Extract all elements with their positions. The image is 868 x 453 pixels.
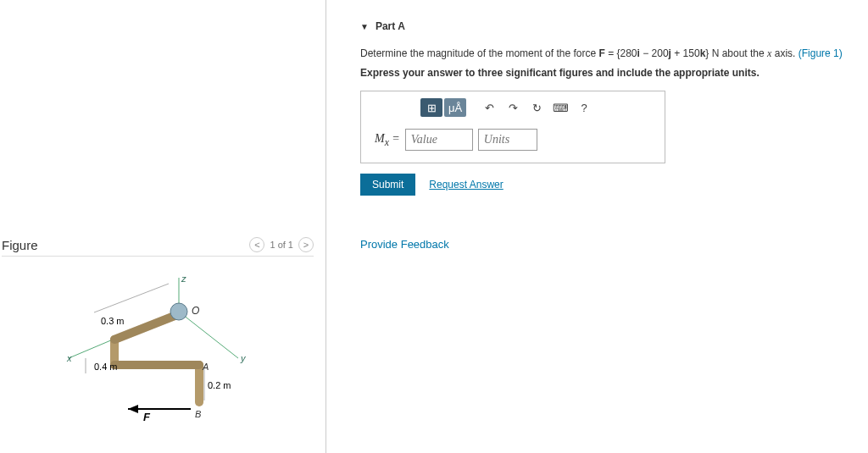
instruction-text: Express your answer to three significant…: [360, 67, 851, 79]
figure-image: z y x O A B: [35, 273, 281, 426]
submit-button[interactable]: Submit: [360, 174, 415, 196]
provide-feedback-link[interactable]: Provide Feedback: [360, 238, 851, 251]
answer-label: Mx =: [375, 132, 400, 148]
caret-down-icon: ▼: [360, 22, 369, 31]
dim-0.2m: 0.2 m: [208, 380, 231, 390]
question-text: Determine the magnitude of the moment of…: [360, 47, 851, 60]
dim-0.4m: 0.4 m: [94, 362, 118, 372]
templates-button[interactable]: ⊞: [420, 98, 442, 117]
svg-point-9: [170, 303, 187, 320]
figure-title: Figure: [2, 238, 38, 252]
point-B-label: B: [195, 409, 201, 419]
axis-y-label: y: [240, 353, 247, 363]
answer-toolbar: ⊞ μÅ ↶ ↷ ↻ ⌨ ?: [361, 91, 665, 120]
request-answer-link[interactable]: Request Answer: [429, 179, 503, 191]
svg-marker-11: [128, 405, 138, 413]
axis-z-label: z: [181, 273, 186, 284]
pager-prev[interactable]: <: [249, 237, 264, 252]
units-input[interactable]: [478, 129, 537, 151]
symbols-button[interactable]: μÅ: [444, 98, 466, 117]
axis-x-label: x: [66, 353, 72, 363]
svg-line-12: [94, 284, 169, 312]
pager-next[interactable]: >: [298, 237, 314, 252]
part-header[interactable]: ▼ Part A: [343, 8, 851, 41]
force-F-label: F: [143, 411, 151, 423]
point-A-label: A: [202, 362, 209, 372]
keyboard-button[interactable]: ⌨: [549, 98, 571, 117]
undo-button[interactable]: ↶: [478, 98, 500, 117]
figure-header: Figure < 1 of 1 >: [2, 237, 314, 257]
reset-button[interactable]: ↻: [526, 98, 548, 117]
part-title: Part A: [376, 20, 405, 32]
value-input[interactable]: [405, 129, 473, 151]
answer-box: ⊞ μÅ ↶ ↷ ↻ ⌨ ? Mx =: [360, 91, 665, 163]
svg-line-1: [179, 312, 238, 358]
redo-button[interactable]: ↷: [502, 98, 524, 117]
pager-current: 1 of 1: [270, 240, 293, 250]
figure-link[interactable]: (Figure 1): [798, 47, 843, 59]
point-O-label: O: [192, 305, 199, 317]
dim-0.3m: 0.3 m: [101, 316, 125, 326]
help-button[interactable]: ?: [573, 98, 595, 117]
figure-pager: < 1 of 1 >: [249, 237, 314, 252]
